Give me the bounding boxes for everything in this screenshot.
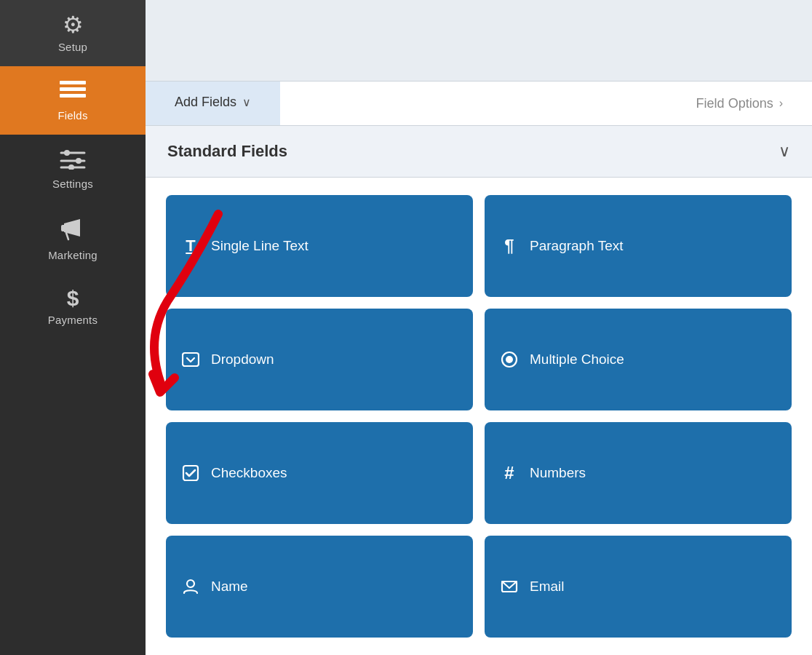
- dropdown-icon: [180, 349, 201, 370]
- svg-point-8: [68, 164, 74, 170]
- email-icon: [499, 576, 520, 597]
- chevron-down-icon: ∨: [242, 95, 251, 109]
- top-header-area: [146, 0, 812, 82]
- svg-rect-10: [61, 225, 65, 231]
- gear-icon: ⚙: [63, 13, 84, 36]
- field-label-checkboxes: Checkboxes: [211, 465, 287, 481]
- fields-icon: [60, 79, 86, 105]
- section-header: Standard Fields ∨: [146, 126, 812, 178]
- field-label-name: Name: [211, 579, 248, 595]
- sidebar-item-label-setup: Setup: [58, 41, 87, 53]
- sidebar-item-fields[interactable]: Fields: [0, 66, 146, 135]
- text-icon: T: [180, 236, 201, 256]
- svg-point-6: [76, 158, 81, 164]
- chevron-right-icon: ›: [779, 97, 783, 110]
- sidebar-item-label-settings: Settings: [52, 178, 93, 190]
- paragraph-icon: ¶: [499, 236, 520, 256]
- field-button-email[interactable]: Email: [485, 536, 792, 638]
- field-button-dropdown[interactable]: Dropdown: [166, 309, 473, 410]
- sidebar-item-setup[interactable]: ⚙ Setup: [0, 0, 146, 66]
- person-icon: [180, 576, 201, 597]
- sidebar: ⚙ Setup Fields Settings: [0, 0, 146, 655]
- section-title: Standard Fields: [167, 142, 287, 161]
- svg-rect-0: [60, 81, 86, 84]
- megaphone-icon: [60, 216, 86, 245]
- sidebar-item-label-payments: Payments: [48, 314, 97, 326]
- field-button-checkboxes[interactable]: Checkboxes: [166, 422, 473, 524]
- sidebar-item-payments[interactable]: $ Payments: [0, 274, 146, 339]
- sidebar-item-label-marketing: Marketing: [48, 249, 97, 261]
- sidebar-item-marketing[interactable]: Marketing: [0, 203, 146, 274]
- field-button-name[interactable]: Name: [166, 536, 473, 638]
- svg-point-16: [187, 580, 194, 587]
- svg-rect-1: [60, 87, 86, 91]
- tab-field-options-label: Field Options: [696, 96, 773, 111]
- field-label-paragraph-text: Paragraph Text: [530, 238, 624, 254]
- tab-bar: Add Fields ∨ Field Options ›: [146, 82, 812, 126]
- field-label-email: Email: [530, 579, 565, 595]
- sliders-icon: [60, 148, 86, 173]
- svg-point-14: [506, 356, 513, 363]
- field-button-numbers[interactable]: # Numbers: [485, 422, 792, 524]
- sidebar-item-settings[interactable]: Settings: [0, 135, 146, 203]
- radio-icon: [499, 349, 520, 370]
- checkbox-icon: [180, 463, 201, 483]
- fields-grid: T Single Line Text ¶ Paragraph Text Drop…: [146, 178, 812, 655]
- field-button-multiple-choice[interactable]: Multiple Choice: [485, 309, 792, 410]
- section-collapse-button[interactable]: ∨: [779, 142, 790, 161]
- tab-add-fields[interactable]: Add Fields ∨: [146, 82, 280, 125]
- tab-add-fields-label: Add Fields: [175, 95, 236, 110]
- svg-point-4: [64, 150, 70, 156]
- tab-field-options[interactable]: Field Options ›: [667, 82, 812, 125]
- field-label-single-line-text: Single Line Text: [211, 238, 309, 254]
- field-button-paragraph-text[interactable]: ¶ Paragraph Text: [485, 195, 792, 297]
- sidebar-item-label-fields: Fields: [57, 109, 87, 122]
- field-label-dropdown: Dropdown: [211, 352, 274, 368]
- dollar-icon: $: [67, 287, 79, 309]
- number-icon: #: [499, 463, 520, 483]
- main-content: Add Fields ∨ Field Options › Standard Fi…: [146, 0, 812, 655]
- field-button-single-line-text[interactable]: T Single Line Text: [166, 195, 473, 297]
- svg-line-11: [66, 233, 68, 239]
- field-label-numbers: Numbers: [530, 465, 586, 481]
- svg-rect-2: [60, 94, 86, 98]
- field-label-multiple-choice: Multiple Choice: [530, 352, 624, 368]
- svg-rect-12: [183, 353, 199, 366]
